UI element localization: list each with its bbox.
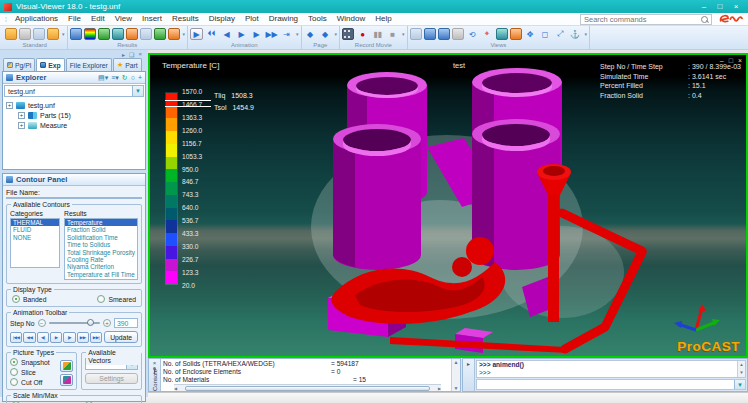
animation-overflow-icon[interactable]: ▾ [296, 31, 299, 37]
tab-pgpl[interactable]: Pg/Pl [3, 58, 35, 71]
panel-dock-icon[interactable]: ❏ [129, 51, 134, 58]
step-increment-icon[interactable]: + [103, 319, 111, 327]
console-vscrollbar[interactable]: ▲▼ [451, 359, 460, 391]
result-fraction-solid[interactable]: Fraction Solid [65, 226, 137, 233]
spin-view-icon[interactable] [510, 28, 522, 40]
menu-window[interactable]: Window [332, 13, 370, 25]
tree-item-measure[interactable]: Measure [6, 120, 145, 130]
forward-button[interactable]: ▶▶ [77, 332, 89, 343]
menu-edit[interactable]: Edit [86, 13, 110, 25]
play-icon[interactable]: ▶ [235, 28, 248, 40]
copy-icon[interactable] [33, 28, 45, 40]
menu-drawing[interactable]: Drawing [264, 13, 303, 25]
filter-icon[interactable]: ○ [131, 74, 135, 81]
result-settings-icon[interactable] [168, 28, 180, 40]
console-close-icon[interactable]: × [153, 360, 157, 366]
cutoff-radio[interactable]: Cut Off [10, 378, 60, 386]
contour-icon[interactable] [84, 28, 96, 40]
console-tab[interactable]: Console [152, 369, 158, 391]
menu-insert[interactable]: Insert [137, 13, 167, 25]
combo-dropdown-icon[interactable]: ▼ [132, 86, 143, 96]
measure-view-icon[interactable]: ⌖ [481, 28, 494, 40]
tree-item-parts[interactable]: Parts (15) [6, 110, 145, 120]
prev-frame-icon[interactable]: ◀ [220, 28, 233, 40]
slice-radio[interactable]: Slice [10, 368, 60, 376]
result-cooling-rate[interactable]: Cooling Rate [65, 256, 137, 263]
viewport-3d[interactable]: Temperature [C] test – □ × 1570.01466.7 … [148, 53, 748, 358]
model-file-combo[interactable]: testg.unf ▼ [4, 85, 144, 97]
step-value-box[interactable]: 390 [114, 318, 138, 328]
views-overflow-icon[interactable]: ▾ [585, 31, 588, 37]
command-input[interactable]: ▼ [476, 379, 746, 390]
result-shrinkage-porosity[interactable]: Total Shrinkage Porosity [65, 249, 137, 256]
expander-icon[interactable] [18, 112, 25, 119]
menu-plot[interactable]: Plot [240, 13, 264, 25]
last-frame-icon[interactable]: ▶▶ [265, 28, 278, 40]
banded-radio[interactable]: Banded [12, 295, 46, 303]
panel-float-icon[interactable]: ▸ [122, 51, 125, 58]
category-none[interactable]: NONE [11, 234, 59, 241]
category-thermal[interactable]: THERMAL [11, 219, 59, 226]
menu-file[interactable]: File [63, 13, 86, 25]
expander-icon[interactable] [6, 102, 13, 109]
categories-list[interactable]: THERMAL FLUID NONE [10, 218, 60, 268]
command-scroll-icons[interactable]: ▲▼ [737, 361, 745, 377]
result-time-to-solidus[interactable]: Time to Solidus [65, 241, 137, 248]
menu-applications[interactable]: Applications [10, 13, 63, 25]
search-box[interactable] [580, 14, 712, 25]
next-page-icon[interactable]: ◆ [319, 28, 332, 40]
center-view-icon[interactable]: ✥ [524, 28, 537, 40]
cut-plane-icon[interactable] [126, 28, 138, 40]
rotate-view-icon[interactable]: ⟲ [466, 28, 479, 40]
smeared-radio[interactable]: Smeared [97, 295, 136, 303]
slider-thumb[interactable] [87, 319, 94, 326]
category-fluid[interactable]: FLUID [11, 226, 59, 233]
command-dropdown-icon[interactable]: ▼ [734, 380, 745, 389]
record-icon[interactable]: ● [356, 28, 369, 40]
menu-display[interactable]: Display [204, 13, 240, 25]
search-input[interactable] [581, 15, 700, 24]
front-view-icon[interactable] [424, 28, 436, 40]
load-results-icon[interactable] [70, 28, 82, 40]
first-step-button[interactable]: |◀◀ [10, 332, 22, 343]
animation-setup-icon[interactable]: ▶ [190, 28, 203, 40]
menu-view[interactable]: View [110, 13, 137, 25]
results-list[interactable]: Temperature Fraction Solid Solidificatio… [64, 218, 138, 280]
result-niyama[interactable]: Niyama Criterion [65, 263, 137, 270]
cutoff-settings-icon[interactable] [60, 374, 73, 386]
result-temperature[interactable]: Temperature [65, 219, 137, 226]
paste-icon[interactable] [47, 28, 59, 40]
pause-icon[interactable]: ▮▮ [371, 28, 384, 40]
movie-icon[interactable] [342, 28, 354, 40]
console-hscrollbar[interactable]: ◀▶ [174, 384, 441, 391]
prev-page-icon[interactable]: ◆ [304, 28, 317, 40]
maximize-button[interactable]: □ [712, 0, 728, 13]
fit-view-icon[interactable]: ⤢ [554, 28, 567, 40]
page-overflow-icon[interactable]: ▾ [335, 31, 338, 37]
side-view-icon[interactable] [438, 28, 450, 40]
result-temp-fill-time[interactable]: Temperature at Fill Time [65, 271, 137, 278]
step-forward-button[interactable]: |▶ [63, 332, 75, 343]
menu-help[interactable]: Help [370, 13, 396, 25]
search-icon[interactable] [700, 15, 709, 24]
step-decrement-icon[interactable]: − [38, 319, 46, 327]
anchor-view-icon[interactable]: ⚓ [569, 28, 582, 40]
open-file-icon[interactable] [5, 28, 17, 40]
command-expand-icon[interactable]: ▸ [467, 360, 470, 367]
step-slider[interactable] [49, 322, 100, 324]
step-back-button[interactable]: ◀| [37, 332, 49, 343]
cut-icon[interactable] [19, 28, 31, 40]
sort-icon[interactable]: ≡▾ [111, 74, 119, 82]
menu-results[interactable]: Results [167, 13, 204, 25]
standard-overflow-icon[interactable]: ▾ [62, 31, 65, 37]
result-solidification-time[interactable]: Solidification Time [65, 234, 137, 241]
panel-close-icon[interactable]: × [138, 51, 142, 57]
tab-part[interactable]: ★ Part [113, 58, 142, 71]
settings-button[interactable]: Settings [85, 373, 138, 384]
stop-icon[interactable]: ■ [386, 28, 399, 40]
record-overflow-icon[interactable]: ▾ [402, 31, 405, 37]
last-step-button[interactable]: ▶▶| [90, 332, 102, 343]
zoom-box-icon[interactable]: ◻ [539, 28, 552, 40]
command-history[interactable]: >>> animend() >>> ▲▼ [476, 360, 746, 378]
menu-tools[interactable]: Tools [303, 13, 332, 25]
